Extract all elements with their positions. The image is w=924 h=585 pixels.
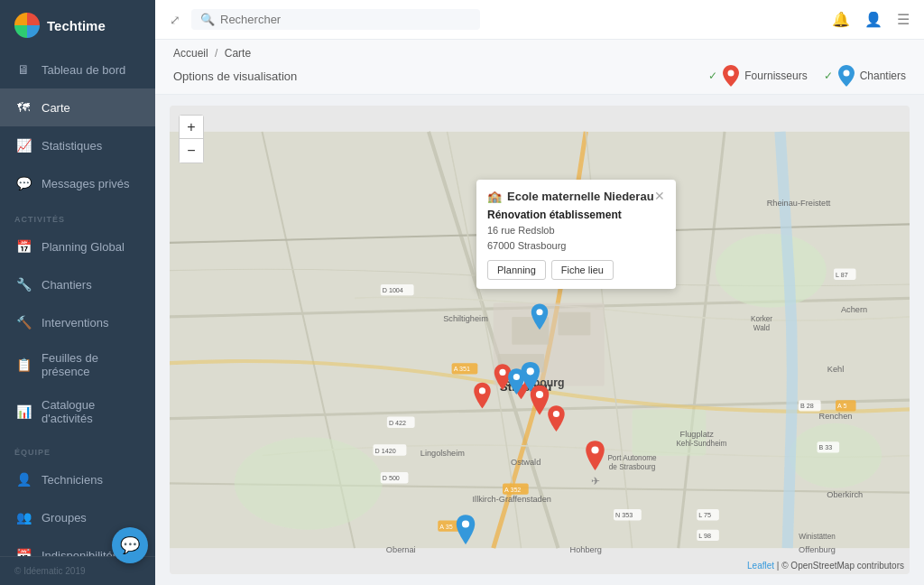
search-bar[interactable]: 🔍 bbox=[191, 9, 480, 30]
expand-icon[interactable]: ⤢ bbox=[170, 13, 180, 27]
section-activites: ACTIVITÉS bbox=[0, 202, 155, 228]
svg-point-17 bbox=[790, 423, 882, 488]
popup-address: 16 rue Redslob 67000 Strasbourg bbox=[487, 223, 665, 253]
sidebar-item-tableau[interactable]: 🖥 Tableau de bord bbox=[0, 51, 155, 88]
sidebar-item-planning[interactable]: 📅 Planning Global bbox=[0, 228, 155, 265]
sidebar: Techtime 🖥 Tableau de bord 🗺 Carte 📈 Sta… bbox=[0, 0, 155, 585]
user-icon[interactable]: 👤 bbox=[864, 11, 882, 28]
svg-text:A 5: A 5 bbox=[837, 403, 846, 410]
chantiers-label: Chantiers bbox=[860, 70, 906, 82]
svg-text:Kehl: Kehl bbox=[827, 365, 844, 374]
catalogue-icon: 📊 bbox=[14, 403, 32, 421]
popup-title-row: 🏫 Ecole maternelle Niederau bbox=[487, 190, 654, 203]
sidebar-label-catalogue: Catalogue d'activités bbox=[42, 398, 141, 425]
fournisseurs-label: Fournisseurs bbox=[744, 70, 807, 82]
options-label: Options de visualisation bbox=[173, 70, 297, 83]
topbar: ⤢ 🔍 🔔 👤 ☰ bbox=[155, 0, 924, 40]
fournisseurs-pin-icon bbox=[723, 65, 739, 87]
popup-title: Ecole maternelle Niederau bbox=[507, 190, 654, 203]
chantiers-icon: 🔧 bbox=[14, 275, 32, 293]
svg-text:A 351: A 351 bbox=[454, 366, 470, 373]
zoom-out-button[interactable]: − bbox=[180, 139, 203, 162]
sidebar-item-techniciens[interactable]: 👤 Techniciens bbox=[0, 460, 155, 498]
sidebar-navigation: 🖥 Tableau de bord 🗺 Carte 📈 Statistiques… bbox=[0, 51, 155, 556]
popup-planning-button[interactable]: Planning bbox=[487, 260, 546, 280]
legend-fournisseurs: ✓ Fournisseurs bbox=[708, 65, 807, 87]
notification-icon[interactable]: 🔔 bbox=[832, 11, 850, 28]
sidebar-item-feuilles[interactable]: 📋 Feuilles de présence bbox=[0, 341, 155, 388]
svg-text:Obernai: Obernai bbox=[386, 545, 416, 554]
logo-text: Techtime bbox=[47, 18, 106, 33]
sidebar-item-interventions[interactable]: 🔨 Interventions bbox=[0, 303, 155, 341]
popup-close-button[interactable]: ✕ bbox=[654, 189, 665, 203]
sidebar-label-messages: Messages privés bbox=[42, 177, 130, 190]
svg-point-79 bbox=[462, 520, 469, 527]
chantiers-check: ✓ bbox=[824, 70, 833, 82]
svg-point-16 bbox=[235, 437, 383, 530]
sidebar-item-statistiques[interactable]: 📈 Statistiques bbox=[0, 126, 155, 164]
svg-text:Port Autonome: Port Autonome bbox=[607, 454, 657, 462]
sidebar-label-carte: Carte bbox=[42, 101, 70, 115]
popup-fiche-button[interactable]: Fiche lieu bbox=[551, 260, 614, 280]
svg-text:Rheinau-Freistett: Rheinau-Freistett bbox=[767, 199, 831, 208]
sidebar-label-groupes: Groupes bbox=[42, 511, 87, 525]
svg-text:A 352: A 352 bbox=[504, 487, 521, 494]
svg-point-74 bbox=[553, 411, 559, 417]
svg-text:Wald: Wald bbox=[753, 324, 771, 332]
sidebar-item-chantiers[interactable]: 🔧 Chantiers bbox=[0, 265, 155, 303]
map-popup: 🏫 Ecole maternelle Niederau ✕ Rénovation… bbox=[476, 180, 676, 289]
menu-icon[interactable]: ☰ bbox=[897, 11, 910, 28]
sidebar-label-tableau: Tableau de bord bbox=[42, 63, 125, 77]
sidebar-item-carte[interactable]: 🗺 Carte bbox=[0, 88, 155, 126]
search-icon: 🔍 bbox=[200, 13, 215, 26]
carte-icon: 🗺 bbox=[14, 98, 32, 116]
interventions-icon: 🔨 bbox=[14, 313, 32, 331]
svg-text:Schiltigheim: Schiltigheim bbox=[443, 314, 488, 323]
options-bar: Options de visualisation ✓ Fournisseurs … bbox=[173, 65, 906, 87]
svg-text:Lingolsheim: Lingolsheim bbox=[420, 449, 466, 458]
search-input[interactable] bbox=[220, 13, 471, 26]
planning-icon: 📅 bbox=[14, 237, 32, 255]
svg-text:Flugplatz: Flugplatz bbox=[680, 430, 715, 439]
svg-text:Hohberg: Hohberg bbox=[570, 545, 602, 554]
main-content: ⤢ 🔍 🔔 👤 ☰ Accueil / Carte Options de vis… bbox=[155, 0, 924, 585]
breadcrumb-carte[interactable]: Carte bbox=[225, 47, 251, 60]
map-attribution: Leaflet | © OpenStreetMap contributors bbox=[747, 561, 904, 571]
map-svg: D 1004 A 351 L 87 B 28 B 33 A 352 A 35 bbox=[170, 106, 910, 574]
svg-point-75 bbox=[591, 446, 598, 453]
popup-buttons: Planning Fiche lieu bbox=[487, 260, 665, 280]
popup-subtitle: Rénovation établissement bbox=[487, 209, 665, 221]
svg-text:Renchen: Renchen bbox=[819, 412, 853, 421]
svg-text:D 1420: D 1420 bbox=[375, 448, 396, 455]
sidebar-label-indispo: Indisponibilités bbox=[42, 549, 118, 557]
breadcrumb-accueil[interactable]: Accueil bbox=[173, 47, 208, 60]
page-content: Accueil / Carte Options de visualisation… bbox=[155, 40, 924, 585]
techniciens-icon: 👤 bbox=[14, 470, 32, 488]
osm-attribution: © OpenStreetMap contributors bbox=[781, 561, 904, 571]
breadcrumb: Accueil / Carte bbox=[173, 47, 906, 60]
svg-text:L 98: L 98 bbox=[698, 533, 711, 540]
sidebar-label-techniciens: Techniciens bbox=[42, 473, 103, 487]
svg-text:N 353: N 353 bbox=[615, 512, 633, 519]
sidebar-item-messages[interactable]: 💬 Messages privés bbox=[0, 164, 155, 202]
svg-point-70 bbox=[479, 387, 485, 394]
svg-point-77 bbox=[513, 374, 520, 380]
svg-text:B 28: B 28 bbox=[800, 403, 814, 410]
groupes-icon: 👥 bbox=[14, 508, 32, 526]
chat-bubble-button[interactable]: 💬 bbox=[112, 527, 148, 563]
map-container: D 1004 A 351 L 87 B 28 B 33 A 352 A 35 bbox=[170, 106, 910, 574]
popup-header: 🏫 Ecole maternelle Niederau ✕ bbox=[487, 189, 665, 203]
zoom-in-button[interactable]: + bbox=[180, 116, 203, 139]
svg-text:Achern: Achern bbox=[841, 305, 867, 314]
topbar-actions: 🔔 👤 ☰ bbox=[832, 11, 910, 28]
feuilles-icon: 📋 bbox=[14, 356, 32, 374]
sidebar-label-feuilles: Feuilles de présence bbox=[42, 351, 141, 378]
sidebar-item-catalogue[interactable]: 📊 Catalogue d'activités bbox=[0, 388, 155, 435]
leaflet-link[interactable]: Leaflet bbox=[747, 561, 774, 571]
svg-text:D 500: D 500 bbox=[383, 475, 400, 482]
legend: ✓ Fournisseurs ✓ bbox=[708, 65, 906, 87]
svg-text:D 422: D 422 bbox=[389, 420, 406, 427]
indispo-icon: 📆 bbox=[14, 546, 32, 556]
svg-text:B 33: B 33 bbox=[819, 444, 833, 451]
svg-text:Offenburg: Offenburg bbox=[799, 545, 836, 554]
